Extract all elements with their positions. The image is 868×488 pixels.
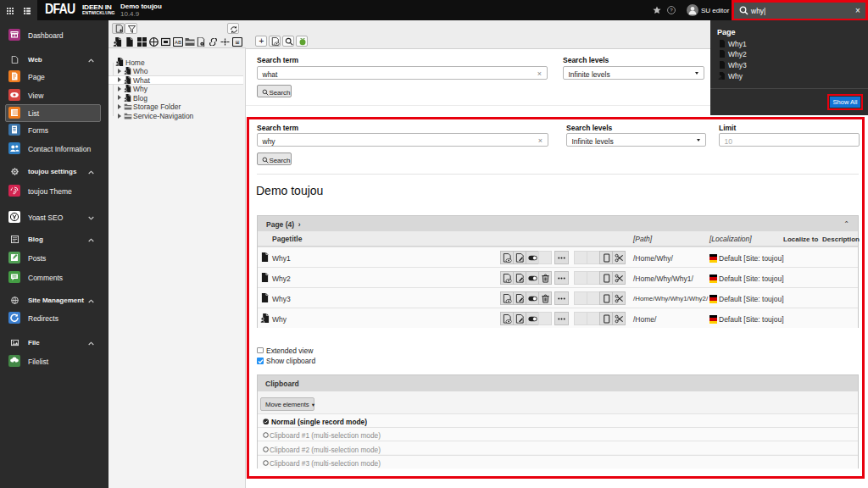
- svg-text:⊞: ⊞: [235, 40, 239, 45]
- svg-text:AB: AB: [175, 40, 181, 45]
- svg-text:?: ?: [670, 7, 673, 13]
